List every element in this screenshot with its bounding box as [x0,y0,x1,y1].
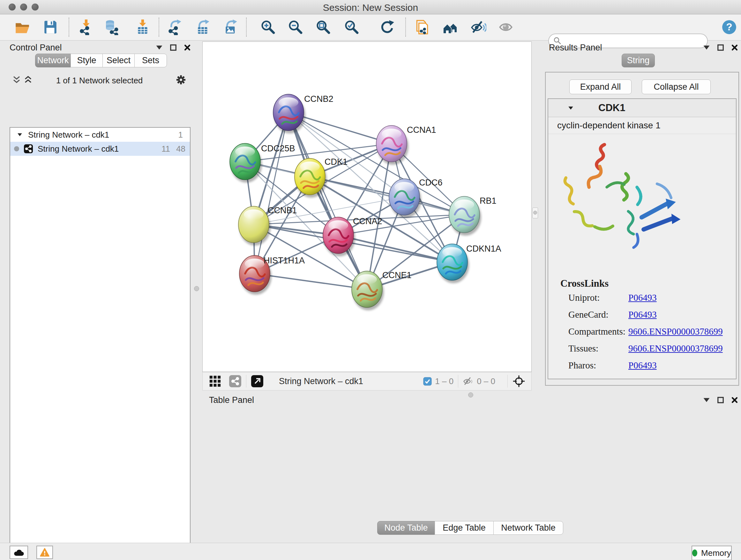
network-node-CDC25B[interactable] [230,143,262,183]
crosslink-link[interactable]: 9606.ENSP00000378699 [628,343,723,354]
refresh-view-button[interactable] [379,18,396,36]
tab-select[interactable]: Select [103,54,135,67]
network-node-CDC6[interactable] [389,179,421,218]
network-canvas[interactable]: CCNB2CCNA1CDC25BCDK1CDC6RB1CCNB1CCNA2CDK… [202,42,532,372]
crosslink-link[interactable]: P06493 [628,293,657,303]
network-node-CDK1[interactable] [294,159,327,198]
birds-eye-icon[interactable] [512,374,526,388]
import-table-button[interactable] [134,18,151,36]
node-label-CCNA1: CCNA1 [407,125,436,135]
right-splitter-handle[interactable] [532,207,538,219]
import-network-file-button[interactable] [77,18,95,36]
selected-count: 1 – 0 [435,376,454,386]
zoom-out-button[interactable] [287,18,304,36]
hide-selected-button[interactable] [470,18,487,36]
maximize-panel-icon[interactable] [170,44,177,51]
expand-all-button[interactable]: Expand All [569,79,631,94]
network-node-CCNB1[interactable] [239,206,271,246]
save-icon [43,19,58,35]
control-panel-controls [156,44,191,51]
table-panel-title: Table Panel [209,395,254,405]
cloud-status-button[interactable] [10,546,28,559]
tab-network-table[interactable]: Network Table [493,521,563,535]
tab-network[interactable]: Network [35,54,71,67]
database-icon [105,19,120,35]
protein-structure-image [557,137,691,261]
close-panel-icon[interactable] [184,44,191,51]
collapse-all-button[interactable]: Collapse All [642,79,711,94]
gene-section-header[interactable]: CDK1 [548,99,736,117]
network-overview-icon[interactable] [229,375,242,388]
table-panel: Table Panel [202,392,741,543]
float-panel-icon[interactable] [703,44,710,51]
network-node-RB1[interactable] [449,196,481,236]
control-panel: Control Panel NetworkStyleSelectSets 1 o… [0,40,200,543]
help-button[interactable]: ? [721,18,738,36]
current-network-name: String Network – cdk1 [279,376,363,386]
main-toolbar: ? [0,14,741,41]
float-panel-icon[interactable] [156,44,163,51]
left-splitter-handle[interactable] [194,286,199,291]
network-row[interactable]: String Network – cdk1 11 48 [10,142,190,156]
export-network-button[interactable] [166,18,184,36]
network-node-CCNB2[interactable] [273,94,306,133]
section-expander-icon[interactable] [568,106,574,110]
network-collection-row[interactable]: String Network – cdk1 1 [10,128,190,142]
tree-expander-icon[interactable] [17,133,22,137]
cytoscape-window: Session: New Session [0,0,741,560]
gear-icon[interactable] [176,74,186,85]
node-label-CDKN1A: CDKN1A [466,244,501,253]
network-edge[interactable] [255,112,288,273]
collection-count: 1 [179,130,183,140]
network-graph[interactable]: CCNB2CCNA1CDC25BCDK1CDC6RB1CCNB1CCNA2CDK… [203,42,531,372]
zoom-selected-button[interactable] [343,18,360,36]
collection-label: String Network – cdk1 [28,130,109,140]
toolbar-separator [405,17,406,37]
float-panel-icon[interactable] [703,396,710,403]
toolbar-separator [158,17,159,37]
toolbar-separator [246,17,247,37]
show-all-button[interactable] [497,18,515,36]
maximize-panel-icon[interactable] [717,44,724,51]
tab-style[interactable]: Style [71,54,103,67]
results-panel-controls [703,44,738,51]
warning-status-button[interactable] [37,546,53,559]
node-label-HIST1H1A: HIST1H1A [264,256,305,265]
import-network-database-button[interactable] [104,18,121,36]
memory-button[interactable]: Memory [691,546,732,560]
node-label-CDC25B: CDC25B [261,144,295,153]
grid-view-icon[interactable] [209,375,221,387]
crosslink-link[interactable]: P06493 [628,360,657,371]
save-session-button[interactable] [42,18,59,36]
clone-network-button[interactable] [414,18,431,36]
tab-node-table[interactable]: Node Table [377,521,435,535]
network-node-CCNE1[interactable] [352,271,384,310]
crosslink-link[interactable]: 9606.ENSP00000378699 [628,326,723,337]
tab-edge-table[interactable]: Edge Table [434,521,494,535]
houses-icon [442,19,458,35]
close-panel-icon[interactable] [731,44,738,51]
open-in-window-icon[interactable] [251,375,264,388]
network-node-CCNA1[interactable] [376,125,408,165]
export-table-button[interactable] [195,18,212,36]
zoom-in-button[interactable] [259,18,277,36]
node-label-CCNB2: CCNB2 [304,94,333,104]
crosslink-link[interactable]: P06493 [628,309,657,320]
control-panel-title: Control Panel [10,43,62,53]
export-image-button[interactable] [222,18,240,36]
tab-string[interactable]: String [622,54,655,67]
close-panel-icon[interactable] [731,396,738,403]
open-session-button[interactable] [14,18,31,36]
eye-disabled-icon [498,19,514,35]
table-tabs: Node TableEdge TableNetwork Table [377,521,563,535]
zoom-fit-button[interactable] [315,18,332,36]
table-panel-controls [703,396,738,403]
tab-sets[interactable]: Sets [134,54,167,67]
network-node-CCNA2[interactable] [323,217,355,256]
network-node-CDKN1A[interactable] [437,244,469,283]
maximize-panel-icon[interactable] [717,396,724,403]
first-neighbors-button[interactable] [442,18,459,36]
toolbar-divider [246,375,246,388]
crosslink-label: Pharos: [568,360,596,371]
selected-checkbox-icon[interactable] [423,377,432,386]
